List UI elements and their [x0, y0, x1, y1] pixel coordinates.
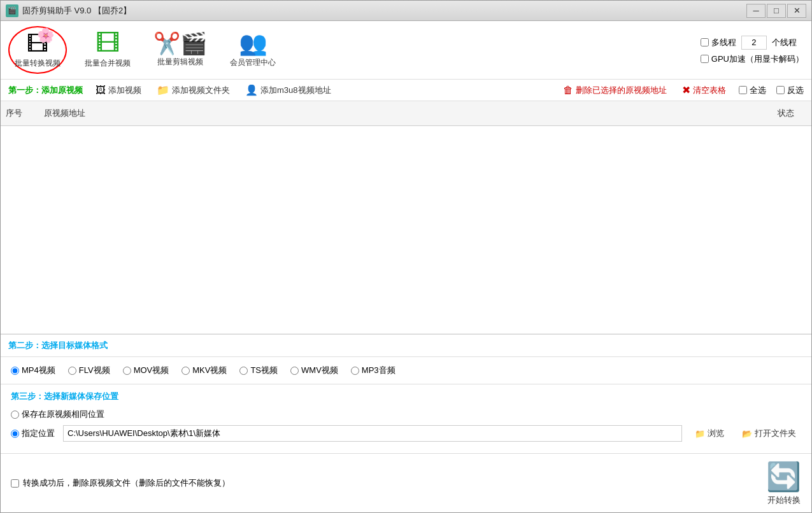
main-window: 🎬 固乔剪辑助手 V9.0 【固乔2】 ─ □ ✕ 🎞 🌸 批量转换视频 🎞 批…	[0, 0, 812, 513]
member-label: 会员管理中心	[230, 57, 276, 68]
format-ts[interactable]: TS视频	[239, 365, 278, 376]
step2-header: 第二步：选择目标媒体格式	[1, 335, 811, 357]
member-icon: 👥	[239, 32, 267, 55]
radio-mov[interactable]	[123, 367, 131, 375]
window-controls: ─ □ ✕	[746, 4, 806, 18]
format-mp4[interactable]: MP4视频	[11, 365, 55, 376]
thread-count-input[interactable]	[741, 36, 767, 50]
batch-convert-label: 批量转换视频	[15, 58, 61, 69]
start-convert-button[interactable]: 🔄 开始转换	[766, 460, 801, 506]
add-video-button[interactable]: 🖼 添加视频	[93, 83, 144, 97]
toolbar: 🎞 🌸 批量转换视频 🎞 批量合并视频 ✂️🎬 批量剪辑视频 👥 会员管理中心	[1, 21, 811, 80]
deselect-checkbox[interactable]	[776, 86, 785, 94]
step3-section: 第三步：选择新媒体保存位置 保存在原视频相同位置 指定位置 📁 浏览 📂 打开文…	[1, 384, 811, 454]
radio-mkv[interactable]	[182, 367, 190, 375]
select-all-label[interactable]: 全选	[739, 83, 766, 97]
col-index: 序号	[1, 105, 39, 122]
app-icon: 🎬	[6, 4, 18, 17]
radio-mp3[interactable]	[351, 367, 359, 375]
start-label: 开始转换	[767, 495, 801, 506]
gpu-row: GPU加速（用显卡解码）	[701, 53, 804, 65]
radio-ts[interactable]	[239, 367, 248, 375]
add-m3u8-icon: 👤	[245, 84, 258, 96]
format-mov[interactable]: MOV视频	[123, 365, 169, 376]
custom-location-radio-label[interactable]: 指定位置	[11, 428, 55, 439]
multi-thread-checkbox[interactable]	[701, 38, 709, 46]
format-mkv[interactable]: MKV视频	[182, 365, 227, 376]
bottom-section: 转换成功后，删除原视频文件（删除后的文件不能恢复） 🔄 开始转换	[1, 454, 811, 512]
table-body[interactable]	[1, 126, 811, 334]
member-tool[interactable]: 👥 会员管理中心	[225, 29, 281, 71]
format-wmv[interactable]: WMV视频	[290, 365, 338, 376]
start-btn-area: 🔄 开始转换	[766, 460, 801, 506]
thread-unit-label: 个线程	[772, 37, 797, 48]
batch-edit-label: 批量剪辑视频	[157, 57, 203, 67]
step2-title: 第二步：选择目标媒体格式	[8, 341, 108, 350]
add-video-icon: 🖼	[96, 85, 106, 96]
radio-custom-location[interactable]	[11, 430, 19, 438]
batch-edit-icon: ✂️🎬	[153, 32, 207, 54]
start-icon: 🔄	[766, 460, 801, 493]
batch-merge-label: 批量合并视频	[85, 58, 131, 69]
col-path: 原视频地址	[39, 105, 760, 122]
add-folder-icon: 📁	[157, 84, 169, 96]
radio-wmv[interactable]	[290, 367, 299, 375]
step1-title: 第一步：添加原视频	[8, 85, 83, 96]
format-section: MP4视频 FLV视频 MOV视频 MKV视频 TS视频 WMV视频 MP3音频	[1, 357, 811, 384]
col-status: 状态	[760, 105, 811, 122]
browse-icon: 📁	[695, 429, 705, 439]
select-all-checkbox[interactable]	[739, 86, 747, 94]
clear-table-button[interactable]: ✖ 清空表格	[680, 83, 729, 97]
radio-mp4[interactable]	[11, 367, 19, 375]
format-flv[interactable]: FLV视频	[68, 365, 110, 376]
radio-same-location[interactable]	[11, 411, 19, 419]
browse-button[interactable]: 📁 浏览	[690, 426, 729, 441]
thread-settings: 多线程 个线程 GPU加速（用显卡解码）	[701, 36, 804, 65]
deselect-label[interactable]: 反选	[776, 83, 804, 97]
clear-icon: ✖	[682, 84, 690, 96]
close-button[interactable]: ✕	[787, 4, 806, 18]
step1-bar: 第一步：添加原视频 🖼 添加视频 📁 添加视频文件夹 👤 添加m3u8视频地址 …	[1, 80, 811, 101]
batch-merge-tool[interactable]: 🎞 批量合并视频	[80, 29, 136, 71]
batch-convert-tool[interactable]: 🎞 🌸 批量转换视频	[8, 26, 67, 74]
delete-after-checkbox[interactable]	[11, 479, 19, 488]
batch-convert-icon: 🎞 🌸	[27, 31, 48, 55]
batch-edit-tool[interactable]: ✂️🎬 批量剪辑视频	[148, 30, 212, 70]
step3-title: 第三步：选择新媒体保存位置	[11, 391, 801, 402]
same-location-radio-label[interactable]: 保存在原视频相同位置	[11, 409, 104, 420]
minimize-button[interactable]: ─	[746, 4, 766, 18]
format-mp3[interactable]: MP3音频	[351, 365, 395, 376]
table-header: 序号 原视频地址 状态	[1, 101, 811, 126]
thread-row: 多线程 个线程	[701, 36, 804, 50]
window-title: 固乔剪辑助手 V9.0 【固乔2】	[22, 5, 746, 17]
right-actions: 🗑 删除已选择的原视频地址 ✖ 清空表格 全选 反选	[560, 83, 804, 97]
title-bar: 🎬 固乔剪辑助手 V9.0 【固乔2】 ─ □ ✕	[1, 1, 811, 21]
same-location-row: 保存在原视频相同位置	[11, 409, 801, 420]
open-folder-icon: 📂	[742, 429, 752, 439]
custom-location-row: 指定位置 📁 浏览 📂 打开文件夹	[11, 425, 801, 442]
multi-thread-label[interactable]: 多线程	[701, 37, 736, 48]
delete-selected-button[interactable]: 🗑 删除已选择的原视频地址	[560, 83, 669, 97]
open-folder-button[interactable]: 📂 打开文件夹	[737, 426, 801, 441]
maximize-button[interactable]: □	[767, 4, 786, 18]
add-folder-button[interactable]: 📁 添加视频文件夹	[154, 83, 232, 97]
delete-after-label[interactable]: 转换成功后，删除原视频文件（删除后的文件不能恢复）	[11, 477, 230, 489]
gpu-checkbox[interactable]	[701, 55, 709, 63]
path-input[interactable]	[63, 425, 682, 442]
gpu-label[interactable]: GPU加速（用显卡解码）	[701, 53, 804, 65]
delete-icon: 🗑	[563, 85, 573, 96]
batch-merge-icon: 🎞	[96, 31, 120, 55]
radio-flv[interactable]	[68, 367, 76, 375]
video-table: 序号 原视频地址 状态	[1, 101, 811, 335]
add-m3u8-button[interactable]: 👤 添加m3u8视频地址	[243, 83, 334, 97]
